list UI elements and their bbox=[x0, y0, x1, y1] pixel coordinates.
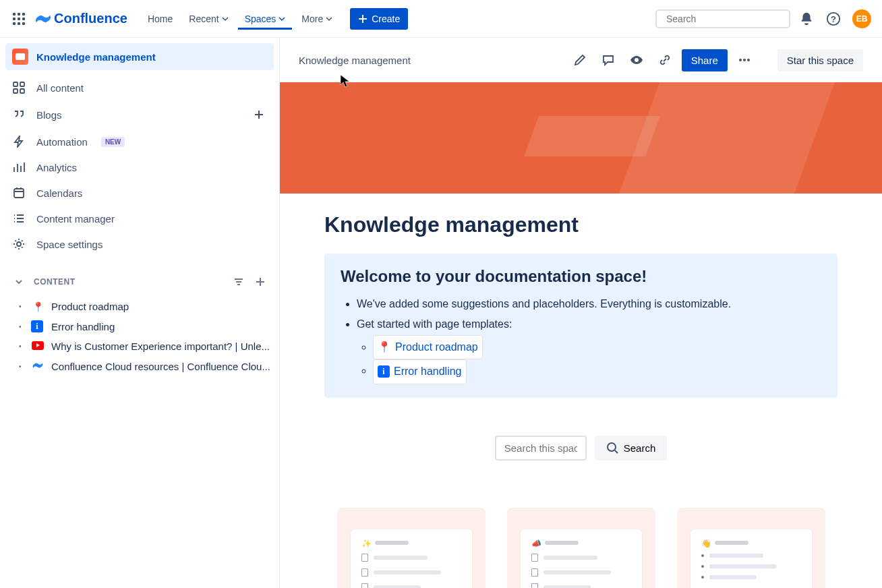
star-space-button[interactable]: Star this space bbox=[777, 49, 863, 71]
page-bar: Knowledge management Share Star this spa… bbox=[280, 38, 882, 82]
smart-link-roadmap[interactable]: 📍Product roadmap bbox=[373, 335, 483, 359]
sidebar-item-automation[interactable]: Automation NEW bbox=[5, 129, 274, 154]
svg-rect-6 bbox=[13, 22, 16, 25]
template-card[interactable]: 👋 bbox=[677, 508, 825, 588]
tree-item-product-roadmap[interactable]: • 📍 Product roadmap bbox=[5, 297, 274, 316]
breadcrumb[interactable]: Knowledge management bbox=[299, 55, 411, 66]
sidebar-item-all-content[interactable]: All content bbox=[5, 76, 274, 100]
confluence-logo[interactable]: Confluence bbox=[35, 11, 127, 27]
link-icon[interactable] bbox=[653, 49, 676, 71]
content-section-header: CONTENT bbox=[5, 267, 274, 297]
quote-icon bbox=[12, 108, 26, 121]
tree-item-youtube-link[interactable]: • Why is Customer Experience important? … bbox=[5, 336, 274, 356]
share-button[interactable]: Share bbox=[682, 49, 728, 71]
collapse-icon[interactable] bbox=[9, 272, 28, 291]
svg-rect-8 bbox=[22, 22, 25, 25]
chevron-down-icon bbox=[278, 16, 285, 22]
page-title: Knowledge management bbox=[324, 212, 837, 237]
notifications-icon[interactable] bbox=[796, 8, 817, 30]
edit-icon[interactable] bbox=[568, 49, 591, 71]
gear-icon bbox=[12, 237, 26, 251]
template-card[interactable]: 📣 bbox=[507, 508, 655, 588]
help-icon[interactable]: ? bbox=[823, 8, 844, 30]
more-actions-icon[interactable] bbox=[733, 49, 756, 71]
pin-icon: 📍 bbox=[31, 301, 45, 312]
svg-point-18 bbox=[635, 58, 639, 62]
svg-rect-15 bbox=[20, 89, 24, 93]
search-icon bbox=[606, 442, 618, 454]
grid-icon bbox=[12, 81, 26, 94]
svg-rect-13 bbox=[20, 82, 24, 86]
panel-bullet: We've added some suggestions and placeho… bbox=[357, 294, 821, 314]
sparkle-icon: ✨ bbox=[361, 539, 370, 547]
welcome-panel: Welcome to your documentation space! We'… bbox=[324, 254, 837, 398]
svg-rect-3 bbox=[13, 18, 16, 20]
list-icon bbox=[12, 212, 26, 225]
comment-icon[interactable] bbox=[597, 49, 620, 71]
info-icon: i bbox=[31, 320, 45, 332]
calendar-icon bbox=[12, 186, 26, 200]
svg-rect-14 bbox=[13, 89, 18, 93]
sidebar-item-analytics[interactable]: Analytics bbox=[5, 155, 274, 179]
info-icon: i bbox=[378, 365, 390, 378]
svg-rect-0 bbox=[13, 13, 16, 16]
svg-point-20 bbox=[743, 59, 746, 61]
user-avatar[interactable]: EB bbox=[852, 9, 871, 28]
panel-bullet: Get started with page templates: 📍Produc… bbox=[357, 314, 821, 384]
svg-point-21 bbox=[747, 59, 750, 61]
global-search[interactable] bbox=[655, 9, 790, 28]
create-button[interactable]: Create bbox=[350, 8, 408, 30]
nav-more[interactable]: More bbox=[295, 8, 339, 30]
svg-rect-16 bbox=[14, 189, 24, 198]
add-content-icon[interactable] bbox=[251, 272, 270, 291]
nav-home[interactable]: Home bbox=[141, 8, 179, 30]
doc-icon bbox=[361, 554, 368, 562]
nav-spaces[interactable]: Spaces bbox=[238, 8, 293, 30]
svg-rect-7 bbox=[18, 22, 20, 25]
search-input[interactable] bbox=[666, 13, 784, 24]
bolt-icon bbox=[12, 135, 26, 148]
doc-icon bbox=[361, 583, 368, 588]
template-card[interactable]: ✨ bbox=[337, 508, 486, 588]
bullet-icon bbox=[701, 554, 704, 557]
sidebar-item-content-manager[interactable]: Content manager bbox=[5, 206, 274, 231]
panel-title: Welcome to your documentation space! bbox=[341, 267, 821, 286]
svg-point-22 bbox=[608, 443, 616, 451]
nav-recent[interactable]: Recent bbox=[182, 8, 235, 30]
app-switcher-icon[interactable] bbox=[11, 11, 27, 27]
space-name: Knowledge management bbox=[36, 51, 156, 63]
add-blog-icon[interactable] bbox=[251, 107, 267, 123]
svg-point-17 bbox=[17, 242, 21, 246]
smart-link-error-handling[interactable]: iError handling bbox=[373, 359, 467, 384]
megaphone-icon: 📣 bbox=[531, 539, 539, 547]
bullet-icon bbox=[701, 565, 704, 568]
sidebar-item-blogs[interactable]: Blogs bbox=[5, 101, 274, 128]
sidebar-item-space-settings[interactable]: Space settings bbox=[5, 232, 274, 256]
space-header[interactable]: Knowledge management bbox=[5, 43, 274, 70]
sidebar-item-calendars[interactable]: Calendars bbox=[5, 181, 274, 205]
space-search-button[interactable]: Search bbox=[595, 436, 668, 461]
watch-icon[interactable] bbox=[625, 49, 648, 71]
space-icon bbox=[12, 49, 28, 65]
sidebar: Knowledge management All content Blogs A… bbox=[0, 38, 280, 588]
svg-point-19 bbox=[739, 59, 742, 61]
filter-icon[interactable] bbox=[229, 272, 248, 291]
analytics-icon bbox=[12, 160, 26, 174]
tree-item-error-handling[interactable]: • i Error handling bbox=[5, 316, 274, 336]
chevron-down-icon bbox=[326, 16, 332, 22]
svg-rect-12 bbox=[13, 82, 18, 86]
bullet-icon bbox=[701, 576, 704, 579]
nav-links: Home Recent Spaces More bbox=[141, 8, 339, 30]
svg-rect-2 bbox=[22, 13, 25, 16]
youtube-icon bbox=[31, 341, 45, 352]
main-content: Knowledge management Share Star this spa… bbox=[280, 38, 882, 588]
tree-item-confluence-link[interactable]: • Confluence Cloud resources | Confluenc… bbox=[5, 356, 274, 377]
space-search-input[interactable] bbox=[495, 436, 587, 461]
new-badge: NEW bbox=[101, 137, 125, 147]
svg-rect-1 bbox=[18, 13, 20, 16]
product-name: Confluence bbox=[54, 11, 127, 26]
doc-icon bbox=[531, 554, 538, 562]
svg-text:?: ? bbox=[831, 13, 836, 24]
pin-icon: 📍 bbox=[378, 337, 391, 357]
doc-icon bbox=[531, 583, 538, 588]
